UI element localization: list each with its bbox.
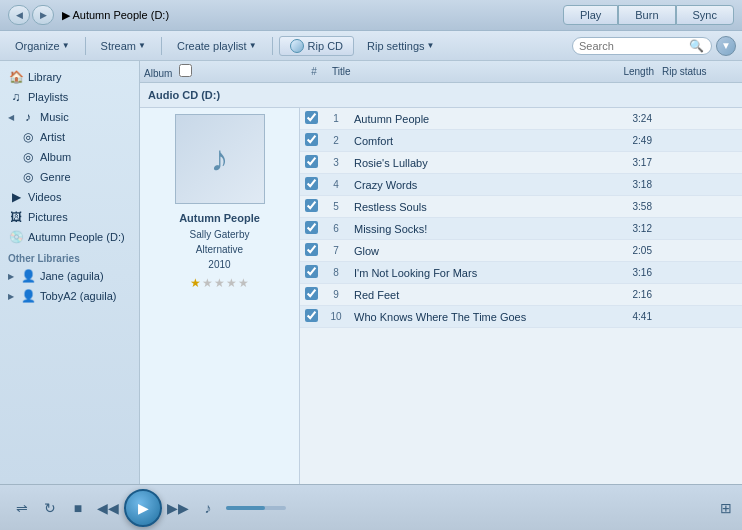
track-number-6: 6 [322,223,350,234]
checkbox-9[interactable] [305,287,318,300]
toolbar-separator-1 [85,37,86,55]
toolbar: Organize ▼ Stream ▼ Create playlist ▼ Ri… [0,31,742,61]
sidebar-item-artist[interactable]: ◎ Artist [0,127,139,147]
checkbox-6[interactable] [305,221,318,234]
checkbox-1[interactable] [305,111,318,124]
checkbox-5[interactable] [305,199,318,212]
tab-play[interactable]: Play [563,5,618,25]
shuffle-button[interactable]: ⇌ [10,496,34,520]
track-title-8: I'm Not Looking For Mars [350,267,612,279]
rip-settings-button[interactable]: Rip settings ▼ [358,37,443,55]
rip-cd-button[interactable]: Rip CD [279,36,354,56]
music-icon: ♪ [20,109,36,125]
track-length-10: 4:41 [612,311,662,322]
checkbox-3[interactable] [305,155,318,168]
forward-button[interactable]: ▶ [32,5,54,25]
artist-icon: ◎ [20,129,36,145]
window-title: ▶ Autumn People (D:) [62,9,169,22]
grid-view-button[interactable]: ⊞ [720,500,732,516]
sidebar-item-playlists[interactable]: ♫ Playlists [0,87,139,107]
track-checkbox-2[interactable] [300,133,322,148]
checkbox-4[interactable] [305,177,318,190]
cd-disc-icon: 💿 [8,229,24,245]
track-length-6: 3:12 [612,223,662,234]
track-number-7: 7 [322,245,350,256]
back-button[interactable]: ◀ [8,5,30,25]
track-number-10: 10 [322,311,350,322]
album-rating[interactable]: ★★★★★ [190,276,250,290]
table-row: 4 Crazy Words 3:18 [300,174,742,196]
organize-button[interactable]: Organize ▼ [6,37,79,55]
content-area: Album # Title Length Rip status Audio CD… [140,61,742,484]
cd-icon [290,39,304,53]
player-left-controls: ⇌ ↻ ■ [10,496,90,520]
toolbar-separator-2 [161,37,162,55]
track-length-3: 3:17 [612,157,662,168]
search-button[interactable]: 🔍 [689,39,704,53]
track-checkbox-1[interactable] [300,111,322,126]
track-list: ♪ Autumn People Sally Gaterby Alternativ… [140,108,742,484]
music-note-icon: ♪ [211,138,229,180]
table-row: 7 Glow 2:05 [300,240,742,262]
track-checkbox-6[interactable] [300,221,322,236]
track-number-1: 1 [322,113,350,124]
track-checkbox-3[interactable] [300,155,322,170]
sidebar-item-pictures[interactable]: 🖼 Pictures [0,207,139,227]
tobyaz-icon: 👤 [20,288,36,304]
next-button[interactable]: ▶▶ [166,496,190,520]
track-checkbox-4[interactable] [300,177,322,192]
play-button[interactable]: ▶ [124,489,162,527]
sidebar-item-jane[interactable]: ▶ 👤 Jane (aguila) [0,266,139,286]
col-header-title: Title [328,66,602,77]
star-1: ★ [190,276,202,290]
sidebar-item-library[interactable]: 🏠 Library [0,67,139,87]
sidebar: 🏠 Library ♫ Playlists ◀ ♪ Music ◎ Artist… [0,61,140,484]
music-expand-arrow: ◀ [8,113,14,122]
prev-button[interactable]: ◀◀ [96,496,120,520]
pictures-icon: 🖼 [8,209,24,225]
track-checkbox-5[interactable] [300,199,322,214]
sidebar-item-music[interactable]: ◀ ♪ Music [0,107,139,127]
volume-fill [226,506,265,510]
sidebar-item-genre[interactable]: ◎ Genre [0,167,139,187]
volume-bar[interactable] [226,506,286,510]
settings-button[interactable]: ▼ [716,36,736,56]
jane-expand-arrow: ▶ [8,272,14,281]
genre-icon: ◎ [20,169,36,185]
stop-button[interactable]: ■ [66,496,90,520]
checkbox-2[interactable] [305,133,318,146]
player-bar: ⇌ ↻ ■ ◀◀ ▶ ▶▶ ♪ ⊞ [0,484,742,530]
track-length-4: 3:18 [612,179,662,190]
search-input[interactable] [579,40,689,52]
sidebar-item-autumn-people[interactable]: 💿 Autumn People (D:) [0,227,139,247]
videos-icon: ▶ [8,189,24,205]
title-bar: ◀ ▶ ▶ Autumn People (D:) Play Burn Sync [0,0,742,31]
sidebar-item-videos[interactable]: ▶ Videos [0,187,139,207]
track-checkbox-8[interactable] [300,265,322,280]
track-checkbox-9[interactable] [300,287,322,302]
select-all-checkbox[interactable] [179,64,192,77]
album-info: Autumn People Sally Gaterby Alternative … [179,210,260,272]
column-headers: Album # Title Length Rip status [140,61,742,83]
mute-button[interactable]: ♪ [196,496,220,520]
table-row: 2 Comfort 2:49 [300,130,742,152]
jane-icon: 👤 [20,268,36,284]
album-icon: ◎ [20,149,36,165]
library-icon: 🏠 [8,69,24,85]
table-row: 10 Who Knows Where The Time Goes 4:41 [300,306,742,328]
checkbox-7[interactable] [305,243,318,256]
track-checkbox-7[interactable] [300,243,322,258]
repeat-button[interactable]: ↻ [38,496,62,520]
create-playlist-button[interactable]: Create playlist ▼ [168,37,266,55]
checkbox-8[interactable] [305,265,318,278]
album-art: ♪ [175,114,265,204]
checkbox-10[interactable] [305,309,318,322]
track-checkbox-10[interactable] [300,309,322,324]
col-header-num: # [300,66,328,77]
sidebar-item-album[interactable]: ◎ Album [0,147,139,167]
other-libraries-label: Other Libraries [0,247,139,266]
tab-sync[interactable]: Sync [676,5,734,25]
stream-button[interactable]: Stream ▼ [92,37,155,55]
tab-burn[interactable]: Burn [618,5,675,25]
sidebar-item-tobyaz[interactable]: ▶ 👤 TobyA2 (aguila) [0,286,139,306]
